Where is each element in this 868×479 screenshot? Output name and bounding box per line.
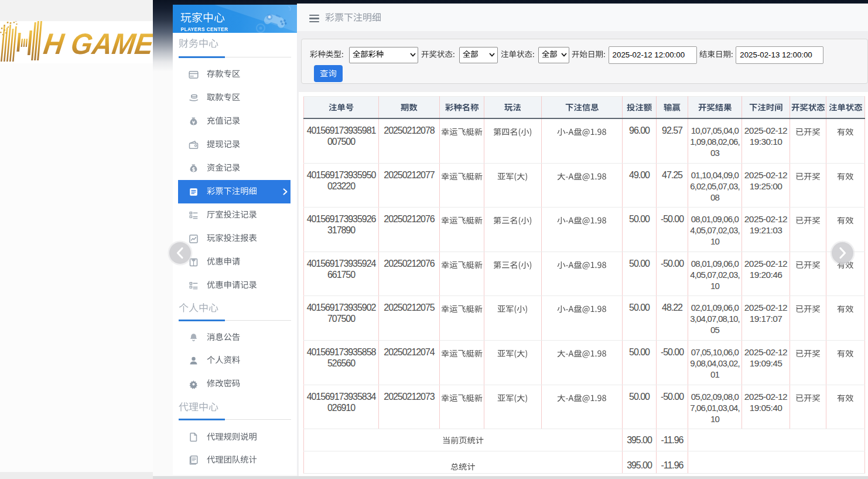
svg-text:H GAME: H GAME xyxy=(42,28,153,61)
